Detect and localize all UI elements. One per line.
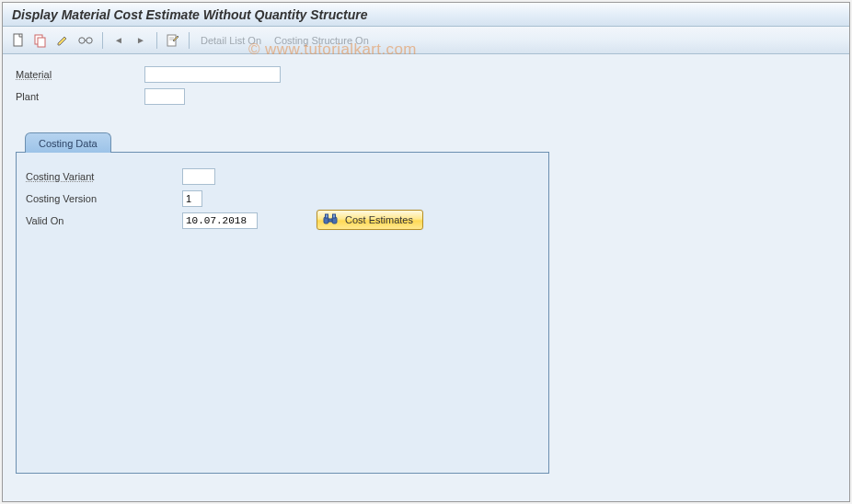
- tab-container: Costing Data Costing Variant Costing Ver…: [16, 132, 836, 474]
- valid-on-row: Valid On: [26, 212, 539, 230]
- svg-point-3: [79, 37, 85, 42]
- glasses-icon: [77, 36, 94, 45]
- material-row: Material: [16, 65, 836, 84]
- page-title: Display Material Cost Estimate Without Q…: [12, 7, 368, 22]
- costing-variant-label: Costing Variant: [26, 171, 182, 182]
- costing-version-label: Costing Version: [26, 193, 182, 204]
- toolbar-separator: [156, 32, 157, 49]
- costing-variant-input[interactable]: [182, 168, 215, 185]
- title-bar: Display Material Cost Estimate Without Q…: [3, 3, 849, 27]
- chevron-right-icon: ►: [136, 35, 145, 45]
- plant-row: Plant: [16, 87, 836, 106]
- costing-structure-toggle[interactable]: Costing Structure On: [269, 35, 374, 46]
- cost-estimates-label: Cost Estimates: [345, 214, 413, 225]
- next-button[interactable]: ►: [131, 30, 151, 51]
- toolbar-separator: [102, 32, 103, 49]
- app-window: Display Material Cost Estimate Without Q…: [2, 2, 850, 502]
- copy-button[interactable]: [30, 30, 51, 51]
- toolbar: ◄ ► Detail List On Costing Structure On: [3, 27, 849, 54]
- note-pencil-icon: [166, 33, 180, 48]
- material-label: Material: [16, 69, 144, 80]
- display-button[interactable]: [75, 30, 97, 51]
- tab-costing-data[interactable]: Costing Data: [25, 132, 111, 153]
- valid-on-label: Valid On: [26, 215, 182, 226]
- content-area: Material Plant Costing Data Costing Vari…: [3, 54, 849, 501]
- document-icon: [12, 33, 25, 48]
- previous-button[interactable]: ◄: [109, 30, 129, 51]
- svg-rect-0: [14, 34, 22, 46]
- edit-button[interactable]: [52, 30, 73, 51]
- toolbar-separator: [189, 32, 190, 49]
- new-document-button[interactable]: [8, 30, 29, 51]
- tab-label: Costing Data: [39, 138, 98, 149]
- copy-icon: [33, 33, 48, 48]
- tab-strip: Costing Data: [25, 132, 836, 152]
- costing-version-input[interactable]: [182, 190, 202, 207]
- binoculars-icon: [323, 213, 338, 226]
- svg-point-4: [86, 37, 92, 42]
- svg-rect-13: [333, 214, 336, 218]
- plant-input[interactable]: [144, 88, 185, 105]
- cost-estimates-button[interactable]: Cost Estimates: [317, 210, 423, 230]
- svg-rect-11: [328, 219, 332, 222]
- costing-version-row: Costing Version: [26, 189, 539, 208]
- costing-data-panel: Costing Variant Costing Version Valid On: [16, 152, 549, 474]
- pencil-icon: [56, 34, 69, 47]
- edit-note-button[interactable]: [163, 30, 183, 51]
- chevron-left-icon: ◄: [114, 35, 123, 45]
- plant-label: Plant: [16, 91, 144, 102]
- svg-rect-12: [326, 214, 328, 218]
- costing-variant-row: Costing Variant: [26, 167, 539, 186]
- valid-on-input[interactable]: [182, 212, 258, 229]
- material-input[interactable]: [144, 66, 281, 83]
- detail-list-toggle[interactable]: Detail List On: [195, 35, 267, 46]
- svg-rect-2: [38, 38, 45, 47]
